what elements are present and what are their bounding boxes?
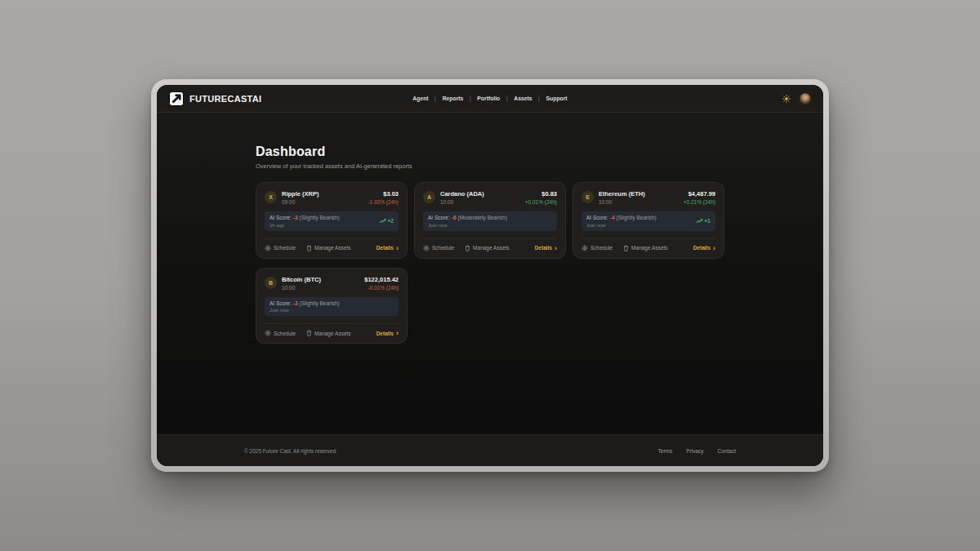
manage-assets-label: Manage Assets: [314, 331, 350, 336]
trend-indicator: +2: [379, 218, 394, 224]
schedule-label: Schedule: [274, 245, 296, 251]
schedule-button[interactable]: Schedule: [423, 245, 454, 251]
device-frame: FUTURECASTAI Agent Reports Portfolio Ass…: [151, 79, 829, 472]
card-divider: [265, 238, 399, 239]
chevron-right-icon: ›: [396, 331, 399, 335]
schedule-button[interactable]: Schedule: [265, 245, 296, 251]
ai-score-sentiment: (Slightly Bearish): [300, 300, 340, 306]
ai-score-updated: Just now: [428, 223, 507, 228]
nav-item[interactable]: Agent: [412, 96, 428, 101]
manage-assets-button[interactable]: Manage Assets: [465, 245, 509, 251]
main-nav: Agent Reports Portfolio Assets Support: [412, 85, 567, 112]
details-button[interactable]: Details ›: [693, 245, 715, 251]
asset-coin-icon: E: [581, 191, 594, 203]
manage-assets-button[interactable]: Manage Assets: [306, 245, 350, 251]
ai-score-label: AI Score:: [270, 300, 292, 306]
nav-separator: [435, 96, 436, 102]
theme-toggle-button[interactable]: [782, 95, 791, 103]
card-header: B Bitcoin (BTC) 10:00 $122,015.42 -0.01%…: [265, 276, 399, 291]
ai-score-box: AI Score:-6(Moderately Bearish) Just now: [423, 211, 557, 231]
footer-link[interactable]: Privacy: [686, 448, 703, 454]
copyright-text: © 2025 Future Cast. All rights reserved.: [244, 448, 337, 454]
asset-coin-icon: A: [423, 191, 435, 203]
app-footer: © 2025 Future Cast. All rights reserved.…: [157, 434, 823, 466]
asset-card: A Cardano (ADA) 10:00 $0.83 +0.01% (24h)…: [414, 182, 566, 259]
nav-item[interactable]: Portfolio: [477, 96, 500, 101]
details-button[interactable]: Details ›: [535, 245, 557, 251]
brand-logo-icon: [169, 91, 184, 106]
asset-name: Ethereum (ETH): [599, 190, 645, 198]
sun-icon: [782, 95, 791, 103]
asset-price: $3.03: [368, 190, 399, 198]
manage-assets-button[interactable]: Manage Assets: [306, 330, 350, 336]
card-divider: [265, 323, 399, 324]
page-title: Dashboard: [256, 144, 724, 159]
nav-separator: [470, 96, 470, 102]
asset-time: 10:00: [282, 285, 321, 291]
asset-price: $0.83: [525, 190, 557, 198]
schedule-button[interactable]: Schedule: [265, 330, 296, 336]
card-header: X Ripple (XRP) 09:00 $3.03 -1.93% (24h): [265, 190, 399, 205]
nav-item[interactable]: Reports: [443, 96, 464, 101]
trash-icon: [306, 245, 312, 251]
nav-item[interactable]: Assets: [514, 96, 532, 101]
trend-indicator: +1: [696, 218, 710, 224]
details-button[interactable]: Details ›: [376, 245, 399, 251]
main-content: Dashboard Overview of your tracked asset…: [157, 113, 823, 434]
asset-price: $4,487.99: [684, 190, 715, 198]
nav-separator: [506, 96, 507, 102]
asset-time: 10:00: [440, 199, 484, 205]
manage-assets-label: Manage Assets: [314, 245, 350, 251]
ai-score-value: -4: [610, 215, 615, 220]
ai-score-sentiment: (Slightly Bearish): [617, 215, 657, 220]
chevron-right-icon: ›: [555, 246, 557, 251]
ai-score-value: -3: [293, 300, 298, 306]
manage-assets-label: Manage Assets: [473, 245, 509, 251]
trash-icon: [306, 330, 312, 336]
gear-icon: [265, 330, 271, 336]
ai-score-updated: Just now: [586, 223, 657, 228]
manage-assets-label: Manage Assets: [631, 245, 667, 251]
asset-name: Ripple (XRP): [282, 190, 318, 198]
footer-links: Terms Privacy Contact: [658, 448, 736, 454]
asset-change: -0.01% (24h): [364, 285, 399, 291]
gear-icon: [423, 245, 430, 251]
asset-name: Cardano (ADA): [440, 190, 484, 198]
footer-link[interactable]: Terms: [658, 448, 673, 454]
ai-score-box: AI Score:-4(Slightly Bearish) Just now +…: [581, 211, 715, 231]
footer-link[interactable]: Contact: [718, 448, 736, 454]
asset-change: -1.93% (24h): [368, 199, 399, 205]
trend-value: +2: [388, 218, 394, 224]
manage-assets-button[interactable]: Manage Assets: [623, 245, 667, 251]
details-button[interactable]: Details ›: [376, 331, 399, 336]
card-header: E Ethereum (ETH) 10:00 $4,487.99 +0.21% …: [581, 190, 715, 205]
asset-cards-grid: X Ripple (XRP) 09:00 $3.03 -1.93% (24h) …: [256, 182, 724, 344]
trash-icon: [623, 245, 629, 251]
ai-score-updated: 1h ago: [270, 223, 340, 228]
details-label: Details: [535, 245, 552, 251]
app-window: FUTURECASTAI Agent Reports Portfolio Ass…: [157, 85, 823, 466]
card-header: A Cardano (ADA) 10:00 $0.83 +0.01% (24h): [423, 190, 557, 205]
ai-score-label: AI Score:: [270, 215, 292, 220]
trash-icon: [465, 245, 470, 251]
ai-score-value: -6: [452, 215, 457, 220]
ai-score-value: -3: [293, 215, 298, 220]
card-divider: [423, 238, 557, 239]
nav-item[interactable]: Support: [546, 96, 568, 101]
asset-coin-icon: X: [265, 191, 277, 203]
asset-change: +0.21% (24h): [684, 199, 715, 205]
asset-card: B Bitcoin (BTC) 10:00 $122,015.42 -0.01%…: [256, 268, 408, 344]
user-avatar[interactable]: [800, 93, 811, 104]
gear-icon: [581, 245, 588, 251]
header-actions: [782, 93, 811, 104]
schedule-label: Schedule: [432, 245, 454, 251]
asset-name: Bitcoin (BTC): [282, 276, 321, 283]
ai-score-box: AI Score:-3(Slightly Bearish) Just now: [265, 297, 399, 317]
ai-score-label: AI Score:: [586, 215, 608, 220]
asset-change: +0.01% (24h): [525, 199, 557, 205]
asset-card: X Ripple (XRP) 09:00 $3.03 -1.93% (24h) …: [256, 182, 408, 259]
schedule-button[interactable]: Schedule: [581, 245, 612, 251]
card-divider: [581, 238, 715, 239]
brand: FUTURECASTAI: [169, 91, 261, 106]
chevron-right-icon: ›: [396, 246, 399, 251]
